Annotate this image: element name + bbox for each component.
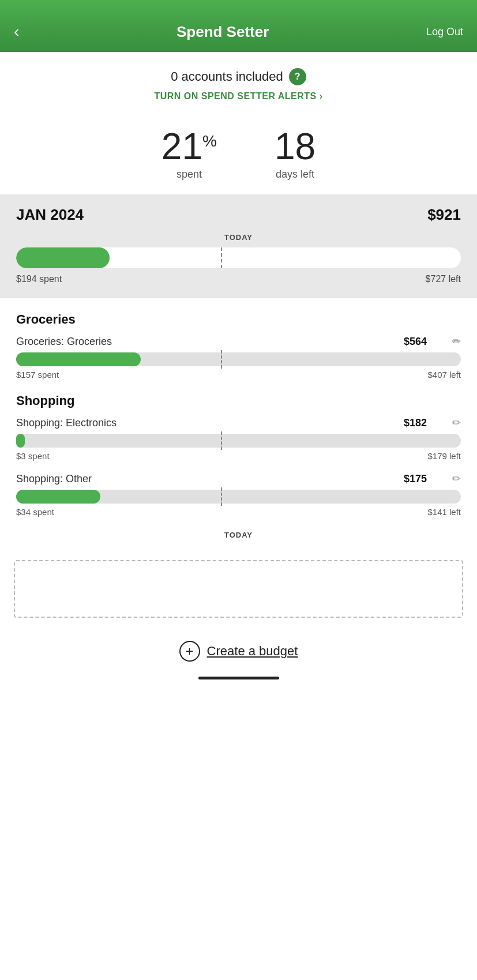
- item-progress-shopping-other: $34 spent $141 left: [16, 490, 461, 517]
- today-label-bottom: TODAY: [16, 531, 461, 551]
- page-title: Spend Setter: [176, 23, 269, 41]
- budget-item-groceries-header: Groceries: Groceries $564 ✏: [16, 335, 461, 348]
- edit-icon-shopping-other[interactable]: ✏: [452, 472, 461, 485]
- item-bar-bg-shopping-other: [16, 490, 461, 504]
- item-progress-electronics: $3 spent $179 left: [16, 434, 461, 461]
- accounts-count-text: 0 accounts included: [171, 69, 283, 84]
- item-today-line-groceries: [221, 350, 222, 369]
- budget-item-electronics-header: Shopping: Electronics $182 ✏: [16, 416, 461, 429]
- budget-item-electronics: Shopping: Electronics $182 ✏ $3 spent $1…: [16, 416, 461, 461]
- item-today-line-electronics: [221, 431, 222, 450]
- create-budget-label: Create a budget: [207, 644, 298, 659]
- budget-card-header: JAN 2024 $921: [16, 206, 461, 224]
- main-left-label: $727 left: [426, 274, 461, 284]
- category-group-title-shopping: Shopping: [16, 393, 461, 408]
- budget-month: JAN 2024: [16, 206, 84, 224]
- item-spent-groceries: $157 spent: [16, 370, 59, 380]
- item-progress-groceries: $157 spent $407 left: [16, 352, 461, 380]
- budget-item-amount-shopping-other: $175: [404, 473, 427, 485]
- category-group-groceries: Groceries Groceries: Groceries $564 ✏ $1…: [16, 312, 461, 380]
- item-today-line-shopping-other: [221, 487, 222, 506]
- logout-button[interactable]: Log Out: [426, 26, 463, 38]
- accounts-row: 0 accounts included ?: [12, 68, 465, 85]
- budget-item-groceries: Groceries: Groceries $564 ✏ $157 spent $…: [16, 335, 461, 380]
- days-label: days left: [275, 168, 316, 181]
- main-today-line: [221, 247, 222, 268]
- category-group-title-groceries: Groceries: [16, 312, 461, 327]
- main-spent-label: $194 spent: [16, 274, 62, 284]
- alerts-link[interactable]: TURN ON SPEND SETTER ALERTS ›: [12, 91, 465, 102]
- budget-item-name-electronics: Shopping: Electronics: [16, 417, 117, 429]
- home-indicator: [198, 677, 279, 679]
- header: ‹ Spend Setter Log Out: [0, 0, 477, 52]
- item-bar-bg-groceries: [16, 352, 461, 366]
- budget-item-shopping-other-header: Shopping: Other $175 ✏: [16, 472, 461, 485]
- create-budget-area: [14, 560, 463, 618]
- main-progress-container: [16, 247, 461, 268]
- item-bar-fill-electronics: [16, 434, 25, 448]
- item-spent-shopping-other: $34 spent: [16, 507, 54, 517]
- spent-value: 21%: [161, 128, 217, 165]
- item-bar-fill-shopping-other: [16, 490, 100, 504]
- item-spent-electronics: $3 spent: [16, 451, 50, 461]
- create-budget-plus-icon: +: [179, 641, 200, 662]
- item-left-electronics: $179 left: [427, 451, 461, 461]
- days-stat: 18 days left: [275, 128, 316, 181]
- help-icon[interactable]: ?: [289, 68, 306, 85]
- spent-label: spent: [161, 168, 217, 181]
- budget-item-shopping-other: Shopping: Other $175 ✏ $34 spent $141 le…: [16, 472, 461, 517]
- item-bar-bg-electronics: [16, 434, 461, 448]
- item-left-groceries: $407 left: [427, 370, 461, 380]
- budget-item-amount-groceries: $564: [404, 336, 427, 348]
- item-labels-electronics: $3 spent $179 left: [16, 451, 461, 461]
- main-progress-labels: $194 spent $727 left: [16, 274, 461, 284]
- edit-icon-groceries[interactable]: ✏: [452, 335, 461, 348]
- budget-total: $921: [427, 206, 461, 224]
- category-group-shopping: Shopping Shopping: Electronics $182 ✏ $3…: [16, 393, 461, 517]
- today-label-top: TODAY: [16, 233, 461, 242]
- days-value: 18: [275, 128, 316, 165]
- budget-item-name-shopping-other: Shopping: Other: [16, 473, 92, 485]
- budget-item-name-groceries: Groceries: Groceries: [16, 336, 112, 348]
- accounts-section: 0 accounts included ? TURN ON SPEND SETT…: [0, 52, 477, 107]
- item-left-shopping-other: $141 left: [427, 507, 461, 517]
- budget-item-amount-electronics: $182: [404, 417, 427, 429]
- create-budget-button[interactable]: + Create a budget: [0, 627, 477, 671]
- budget-card: JAN 2024 $921 TODAY $194 spent $727 left: [0, 194, 477, 298]
- item-bar-fill-groceries: [16, 352, 141, 366]
- item-labels-shopping-other: $34 spent $141 left: [16, 507, 461, 517]
- main-progress-bar: [16, 247, 461, 268]
- item-labels-groceries: $157 spent $407 left: [16, 370, 461, 380]
- categories-section: Groceries Groceries: Groceries $564 ✏ $1…: [0, 298, 477, 551]
- main-progress-fill: [16, 247, 110, 268]
- stats-row: 21% spent 18 days left: [0, 107, 477, 194]
- back-button[interactable]: ‹: [14, 22, 19, 41]
- edit-icon-electronics[interactable]: ✏: [452, 416, 461, 429]
- spent-stat: 21% spent: [161, 128, 217, 181]
